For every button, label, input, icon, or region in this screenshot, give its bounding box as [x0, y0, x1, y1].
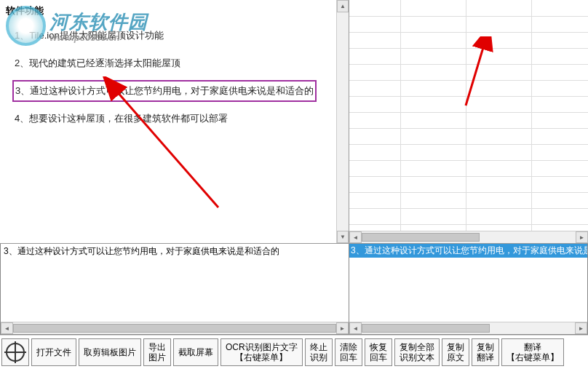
stop-ocr-button[interactable]: 终止 识别	[305, 338, 333, 366]
copy-translation-button[interactable]: 复制 翻译	[472, 338, 499, 366]
main-area: 软件功能 1、Tile.ion提供太阳能屋顶设计功能 2、现代的建筑已经逐渐选择…	[0, 0, 588, 244]
scroll-left-button[interactable]: ◄	[349, 231, 362, 243]
list-item-selected[interactable]: 3、通过这种设计方式可以让您节约用电，对于家庭供电来说是和适合的	[12, 80, 317, 102]
scroll-right-button[interactable]: ►	[576, 231, 588, 243]
restore-enter-button[interactable]: 恢复 回车	[365, 338, 392, 366]
horizontal-scrollbar[interactable]: ◄ ►	[1, 322, 349, 334]
crop-clipboard-button[interactable]: 取剪辑板图片	[79, 338, 141, 366]
scroll-down-button[interactable]: ▼	[337, 231, 349, 243]
list-item[interactable]: 2、现代的建筑已经逐渐选择太阳能屋顶	[15, 49, 334, 77]
horizontal-scrollbar[interactable]: ◄ ►	[349, 231, 588, 243]
copy-all-ocr-button[interactable]: 复制全部 识别文本	[394, 338, 440, 366]
scroll-up-button[interactable]: ▲	[337, 0, 349, 12]
open-file-button[interactable]: 打开文件	[31, 338, 76, 366]
content-list: 1、Tile.ion提供太阳能屋顶设计功能 2、现代的建筑已经逐渐选择太阳能屋顶…	[0, 20, 349, 134]
translate-button[interactable]: 翻译 【右键菜单】	[501, 338, 564, 366]
horizontal-scrollbar[interactable]: ◄ ►	[349, 322, 587, 334]
list-item[interactable]: 1、Tile.ion提供太阳能屋顶设计功能	[15, 22, 334, 49]
toolbar: 打开文件 取剪辑板图片 导出 图片 截取屏幕 OCR识别图片文字 【右键菜单】 …	[0, 335, 588, 369]
ocr-button[interactable]: OCR识别图片文字 【右键菜单】	[220, 338, 303, 366]
scroll-right-button[interactable]: ►	[336, 322, 349, 334]
scroll-right-button[interactable]: ►	[575, 322, 587, 334]
export-image-button[interactable]: 导出 图片	[143, 338, 171, 366]
section-title: 软件功能	[0, 0, 349, 20]
scroll-left-button[interactable]: ◄	[1, 322, 13, 334]
ocr-result-textarea[interactable]: 3、通过这种设计方式可以让您节约用电，对于家庭供电来说是和适合的 ◄ ►	[0, 244, 349, 335]
grid-area[interactable]	[349, 0, 588, 231]
copy-original-button[interactable]: 复制 原文	[442, 338, 469, 366]
vertical-scrollbar[interactable]: ▲ ▼	[336, 0, 349, 243]
crosshair-icon	[6, 343, 25, 362]
ocr-result-text: 3、通过这种设计方式可以让您节约用电，对于家庭供电来说是和适合的	[4, 246, 279, 256]
text-panels-row: 3、通过这种设计方式可以让您节约用电，对于家庭供电来说是和适合的 ◄ ► 3、通…	[0, 244, 588, 335]
list-item[interactable]: 4、想要设计这种屋顶，在很多建筑软件都可以部署	[15, 105, 334, 132]
clear-enter-button[interactable]: 清除 回车	[335, 338, 362, 366]
grid-panel: ◄ ►	[349, 0, 588, 243]
crosshair-tool-button[interactable]	[1, 338, 29, 366]
translation-panel[interactable]: 3、通过这种设计方式可以让您节约用电，对于家庭供电来说是和适合的 ◄ ►	[349, 244, 588, 335]
screenshot-button[interactable]: 截取屏幕	[173, 338, 218, 366]
scroll-left-button[interactable]: ◄	[349, 322, 362, 334]
source-text-panel: 软件功能 1、Tile.ion提供太阳能屋顶设计功能 2、现代的建筑已经逐渐选择…	[0, 0, 349, 243]
translation-selected-text[interactable]: 3、通过这种设计方式可以让您节约用电，对于家庭供电来说是和适合的	[349, 244, 588, 258]
